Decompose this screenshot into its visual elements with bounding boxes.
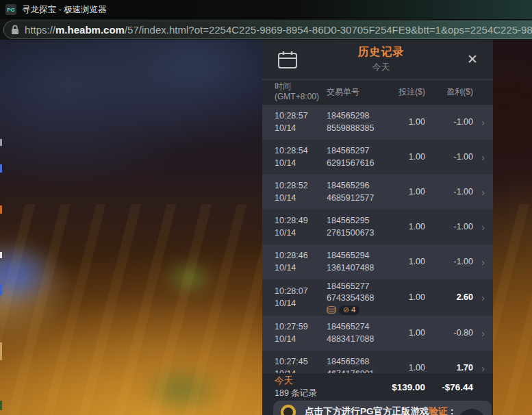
history-summary: 今天 189 条记录 $139.00 -$76.44: [262, 373, 493, 401]
col-txn: 交易单号: [327, 87, 391, 97]
row-txn: 1845652964685912577: [327, 180, 391, 204]
table-row[interactable]: 10:28:4910/14 1845652952761500673 1.00 -…: [262, 210, 493, 244]
summary-total-bet: $139.00: [391, 382, 425, 392]
row-time: 10:27:5910/14: [275, 321, 327, 345]
table-row[interactable]: 10:28:0710/14 1845652776743354368 ⊘4 1.0…: [262, 279, 493, 316]
pg-verify-bar[interactable]: 点击下方进行PG官方正版游戏验证：: [273, 401, 492, 415]
row-profit: -1.00: [425, 256, 473, 268]
chevron-right-icon[interactable]: ›: [473, 290, 493, 305]
game-ui-sliver: [0, 284, 2, 295]
summary-count: 189 条记录: [275, 388, 391, 399]
table-row[interactable]: 10:28:5210/14 1845652964685912577 1.00 -…: [262, 175, 493, 210]
close-icon[interactable]: ✕: [464, 51, 481, 67]
window-title: 寻龙探宝 - 极速浏览器: [22, 4, 107, 16]
row-time: 10:28:5210/14: [275, 180, 327, 204]
table-row[interactable]: 10:28:5410/14 1845652976291567616 1.00 -…: [262, 140, 493, 175]
row-profit: -1.00: [425, 116, 473, 129]
lock-icon: [11, 25, 19, 35]
chevron-right-icon[interactable]: ›: [473, 326, 493, 340]
browser-titlebar: PG 寻龙探宝 - 极速浏览器: [0, 0, 532, 19]
url-text: https://m.heabm.com/57/index.html?ot=225…: [25, 24, 532, 36]
history-panel: 历史记录 今天 ✕ 时间(GMT+8:00) 交易单号 投注($) 盈利($) …: [262, 40, 493, 415]
row-time: 10:28:0710/14: [275, 286, 327, 310]
row-txn: 1845652744883417088: [327, 321, 391, 345]
url-host: m.heabm.com: [55, 24, 125, 36]
row-profit: 1.70: [425, 362, 473, 375]
game-ui-sliver: [0, 342, 2, 360]
row-profit: -1.00: [425, 186, 473, 199]
summary-label: 今天: [275, 375, 391, 387]
chevron-right-icon[interactable]: ›: [473, 150, 493, 164]
dark-coin-icon: [457, 409, 486, 415]
url-path: /57/index.html?ot=2254C225-9869-8954-86D…: [125, 24, 532, 36]
row-txn: 1845652941361407488: [327, 250, 391, 274]
verify-link[interactable]: 验证: [429, 406, 448, 415]
row-time: 10:28:4610/14: [275, 250, 327, 274]
col-time: 时间(GMT+8:00): [275, 81, 327, 102]
verify-text: 点击下方进行PG官方正版游戏验证：: [305, 405, 457, 415]
browser-url-row: https://m.heabm.com/57/index.html?ot=225…: [0, 19, 532, 40]
row-bet: 1.00: [391, 256, 425, 268]
history-subtitle: 今天: [298, 61, 464, 73]
row-bet: 1.00: [391, 221, 425, 234]
row-bet: 1.00: [391, 116, 425, 129]
row-bet: 1.00: [391, 151, 425, 164]
coin-slash-icon: ⊘: [343, 305, 349, 315]
table-row[interactable]: 10:28:5710/14 1845652988559888385 1.00 -…: [262, 105, 493, 140]
table-row[interactable]: 10:28:4610/14 1845652941361407488 1.00 -…: [262, 244, 493, 279]
game-ui-sliver: [0, 252, 2, 258]
free-spins-badge: ⊘4: [339, 305, 359, 315]
badge-count: 4: [351, 305, 355, 315]
col-bet: 投注($): [391, 87, 425, 97]
game-ui-sliver: [0, 164, 2, 173]
col-profit: 盈利($): [425, 87, 473, 97]
summary-total-profit: -$76.44: [425, 382, 473, 392]
coins-stack-icon: [327, 306, 336, 314]
row-txn: 1845652952761500673: [327, 215, 391, 239]
game-ui-sliver: [0, 401, 2, 410]
row-profit: -1.00: [425, 151, 473, 164]
game-ui-sliver: [0, 139, 2, 146]
chevron-right-icon[interactable]: ›: [473, 220, 493, 234]
game-ui-sliver: [0, 205, 2, 214]
row-bet: 1.00: [391, 292, 425, 304]
row-time: 10:28:5410/14: [275, 145, 327, 169]
row-time: 10:28:5710/14: [275, 110, 327, 134]
pg-gold-badge-icon: [281, 405, 296, 415]
calendar-icon[interactable]: [277, 50, 298, 69]
history-header: 历史记录 今天 ✕: [262, 40, 493, 79]
url-scheme: https://: [25, 24, 55, 36]
history-title-block: 历史记录 今天: [298, 45, 464, 73]
browser-window: PG 寻龙探宝 - 极速浏览器 https://m.heabm.com/57/i…: [0, 0, 532, 415]
row-time: 10:28:4910/14: [275, 215, 327, 239]
row-txn: 1845652776743354368 ⊘4: [327, 281, 391, 315]
table-row[interactable]: 10:27:5910/14 1845652744883417088 1.00 -…: [262, 316, 493, 351]
chevron-right-icon[interactable]: ›: [473, 255, 493, 269]
address-bar[interactable]: https://m.heabm.com/57/index.html?ot=225…: [3, 21, 532, 39]
row-profit: -0.80: [425, 327, 473, 340]
history-rows: 10:28:5710/14 1845652988559888385 1.00 -…: [262, 105, 493, 415]
row-bet: 1.00: [391, 186, 425, 199]
table-header: 时间(GMT+8:00) 交易单号 投注($) 盈利($): [262, 79, 493, 104]
history-title: 历史记录: [298, 45, 464, 60]
chevron-right-icon[interactable]: ›: [473, 185, 493, 199]
row-profit: -1.00: [425, 221, 473, 234]
pg-favicon-icon: PG: [5, 4, 16, 15]
row-bet: 1.00: [391, 327, 425, 340]
chevron-right-icon[interactable]: ›: [473, 115, 493, 129]
row-bet: 1.00: [391, 362, 425, 375]
summary-left: 今天 189 条记录: [275, 375, 391, 399]
row-txn: 1845652988559888385: [327, 110, 391, 134]
bonus-badges: ⊘4: [327, 305, 391, 315]
row-txn: 1845652976291567616: [327, 145, 391, 169]
row-profit: 2.60: [425, 292, 473, 304]
